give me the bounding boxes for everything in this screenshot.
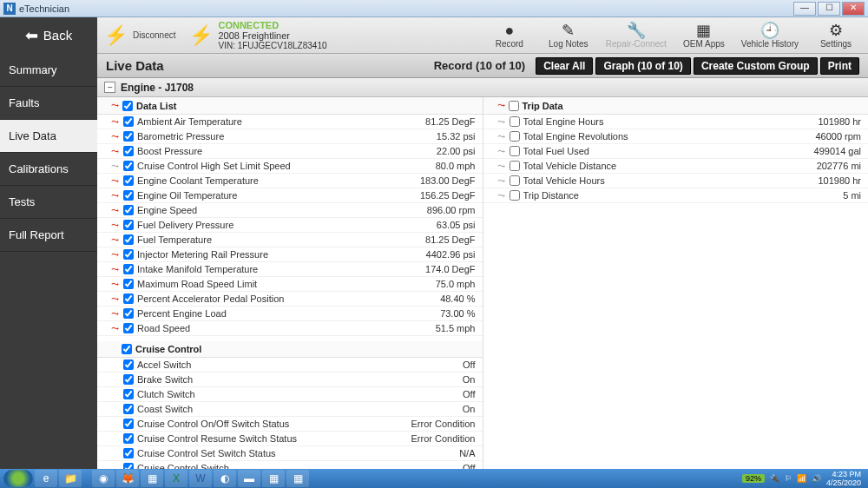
- toolbar-record[interactable]: ●Record: [488, 22, 531, 49]
- data-row[interactable]: Coast SwitchOn: [97, 402, 483, 417]
- section-checkbox[interactable]: [122, 344, 132, 354]
- taskbar-app4-icon[interactable]: ▦: [286, 470, 309, 487]
- disconnect-button[interactable]: ⚡ Disconnect: [97, 24, 182, 47]
- data-row[interactable]: ⤳Total Vehicle Distance202776 mi: [483, 159, 869, 174]
- row-checkbox[interactable]: [123, 116, 134, 127]
- system-tray[interactable]: 92% 🔌 ⚐ 📶 🔊 4:23 PM 4/25/2020: [742, 470, 865, 487]
- taskbar-app3-icon[interactable]: ▦: [262, 470, 285, 487]
- row-checkbox[interactable]: [123, 249, 134, 260]
- data-row[interactable]: ⤳Injector Metering Rail Pressure4402.96 …: [97, 247, 483, 262]
- graph-icon[interactable]: ⤳: [111, 220, 123, 231]
- graph-icon[interactable]: ⤳: [497, 175, 510, 187]
- row-checkbox[interactable]: [123, 279, 134, 289]
- graph-icon[interactable]: ⤳: [111, 323, 123, 334]
- sidebar-item-tests[interactable]: Tests: [0, 186, 97, 219]
- back-button[interactable]: ⬅ Back: [0, 17, 97, 54]
- data-row[interactable]: Brake SwitchOn: [97, 373, 483, 387]
- row-checkbox[interactable]: [510, 146, 520, 156]
- sidebar-item-full-report[interactable]: Full Report: [0, 219, 97, 252]
- row-checkbox[interactable]: [510, 175, 520, 186]
- row-checkbox[interactable]: [123, 175, 134, 186]
- sidebar-item-faults[interactable]: Faults: [0, 87, 97, 120]
- toolbar-oem-apps[interactable]: ▦OEM Apps: [682, 22, 726, 49]
- data-scroll-area[interactable]: ⤳Data List⤳Ambient Air Temperature81.25 …: [97, 97, 868, 469]
- row-checkbox[interactable]: [510, 116, 520, 127]
- group-header[interactable]: − Engine - J1708: [97, 78, 868, 97]
- data-row[interactable]: ⤳Total Engine Revolutions46000 rpm: [483, 129, 869, 144]
- sidebar-item-live-data[interactable]: Live Data: [0, 120, 97, 153]
- row-checkbox[interactable]: [123, 323, 134, 333]
- data-row[interactable]: ⤳Ambient Air Temperature81.25 DegF: [97, 115, 483, 129]
- taskbar-word-icon[interactable]: W: [189, 470, 212, 487]
- graph-icon[interactable]: ⤳: [111, 205, 123, 216]
- sidebar-item-summary[interactable]: Summary: [0, 54, 97, 87]
- section-header[interactable]: Cruise Control: [97, 341, 483, 358]
- maximize-button[interactable]: ☐: [818, 2, 840, 16]
- row-checkbox[interactable]: [123, 146, 134, 156]
- close-button[interactable]: ✕: [842, 2, 865, 16]
- taskbar-app-icon[interactable]: ▦: [141, 470, 163, 487]
- section-header[interactable]: ⤳Data List: [97, 97, 483, 115]
- data-row[interactable]: Accel SwitchOff: [97, 358, 483, 373]
- data-row[interactable]: ⤳Percent Accelerator Pedal Position48.40…: [97, 292, 483, 307]
- graph-icon[interactable]: ⤳: [111, 190, 123, 201]
- taskbar-ie-icon[interactable]: e: [35, 470, 57, 487]
- collapse-icon[interactable]: −: [104, 82, 115, 93]
- data-row[interactable]: ⤳Trip Distance5 mi: [483, 188, 869, 203]
- section-header[interactable]: ⤳Trip Data: [483, 97, 869, 115]
- row-checkbox[interactable]: [123, 234, 134, 245]
- data-row[interactable]: ⤳Total Vehicle Hours101980 hr: [483, 174, 869, 188]
- taskbar-chrome-icon[interactable]: ◉: [92, 470, 115, 487]
- taskbar-explorer-icon[interactable]: 📁: [59, 470, 82, 487]
- graph-icon[interactable]: ⤳: [497, 131, 510, 142]
- toolbar-log-notes[interactable]: ✎Log Notes: [547, 22, 590, 49]
- data-row[interactable]: ⤳Engine Speed896.00 rpm: [97, 203, 483, 218]
- data-row[interactable]: ⤳Engine Coolant Temperature183.00 DegF: [97, 174, 483, 188]
- data-row[interactable]: ⤳Boost Pressure22.00 psi: [97, 144, 483, 159]
- data-row[interactable]: Cruise Control Set Switch StatusN/A: [97, 446, 483, 461]
- data-row[interactable]: ⤳Intake Manifold Temperature174.0 DegF: [97, 262, 483, 277]
- data-row[interactable]: Clutch SwitchOff: [97, 387, 483, 402]
- taskbar-clock[interactable]: 4:23 PM 4/25/2020: [826, 470, 861, 487]
- row-checkbox[interactable]: [123, 359, 134, 370]
- row-checkbox[interactable]: [123, 293, 134, 304]
- row-checkbox[interactable]: [123, 419, 134, 429]
- toolbar-vehicle-history[interactable]: 🕘Vehicle History: [741, 22, 799, 49]
- data-row[interactable]: ⤳Cruise Control High Set Limit Speed80.0…: [97, 159, 483, 174]
- graph-icon[interactable]: ⤳: [111, 161, 123, 172]
- row-checkbox[interactable]: [123, 190, 134, 201]
- data-row[interactable]: Cruise Control SwitchOff: [97, 461, 483, 469]
- data-row[interactable]: Cruise Control On/Off Switch StatusError…: [97, 417, 483, 432]
- graph-icon[interactable]: ⤳: [111, 308, 123, 320]
- data-row[interactable]: ⤳Engine Oil Temperature156.25 DegF: [97, 188, 483, 203]
- sidebar-item-calibrations[interactable]: Calibrations: [0, 153, 97, 186]
- graph-icon[interactable]: ⤳: [111, 249, 123, 260]
- section-checkbox[interactable]: [509, 101, 519, 111]
- header-button-create-custom-group[interactable]: Create Custom Group: [694, 57, 818, 75]
- graph-icon[interactable]: ⤳: [497, 116, 510, 128]
- graph-icon[interactable]: ⤳: [497, 146, 510, 157]
- graph-icon[interactable]: ⤳: [111, 146, 123, 157]
- row-checkbox[interactable]: [123, 205, 134, 215]
- header-button-clear-all[interactable]: Clear All: [536, 57, 593, 75]
- data-row[interactable]: ⤳Barometric Pressure15.32 psi: [97, 129, 483, 144]
- data-row[interactable]: ⤳Percent Engine Load73.00 %: [97, 307, 483, 321]
- row-checkbox[interactable]: [123, 404, 134, 414]
- data-row[interactable]: ⤳Fuel Delivery Pressure63.05 psi: [97, 218, 483, 233]
- data-row[interactable]: ⤳Maximum Road Speed Limit75.0 mph: [97, 277, 483, 292]
- taskbar-firefox-icon[interactable]: 🦊: [116, 470, 139, 487]
- section-checkbox[interactable]: [122, 101, 133, 111]
- taskbar-app2-icon[interactable]: ▬: [238, 470, 260, 487]
- graph-icon[interactable]: ⤳: [111, 175, 123, 187]
- row-checkbox[interactable]: [123, 448, 134, 458]
- row-checkbox[interactable]: [123, 131, 134, 142]
- data-row[interactable]: ⤳Total Fuel Used499014 gal: [483, 144, 869, 159]
- row-checkbox[interactable]: [510, 190, 520, 201]
- header-button-graph-of-[interactable]: Graph (10 of 10): [595, 57, 690, 75]
- row-checkbox[interactable]: [123, 374, 134, 385]
- row-checkbox[interactable]: [510, 131, 520, 142]
- row-checkbox[interactable]: [123, 308, 134, 319]
- row-checkbox[interactable]: [123, 433, 134, 444]
- graph-icon[interactable]: ⤳: [111, 279, 123, 290]
- graph-icon[interactable]: ⤳: [111, 131, 123, 142]
